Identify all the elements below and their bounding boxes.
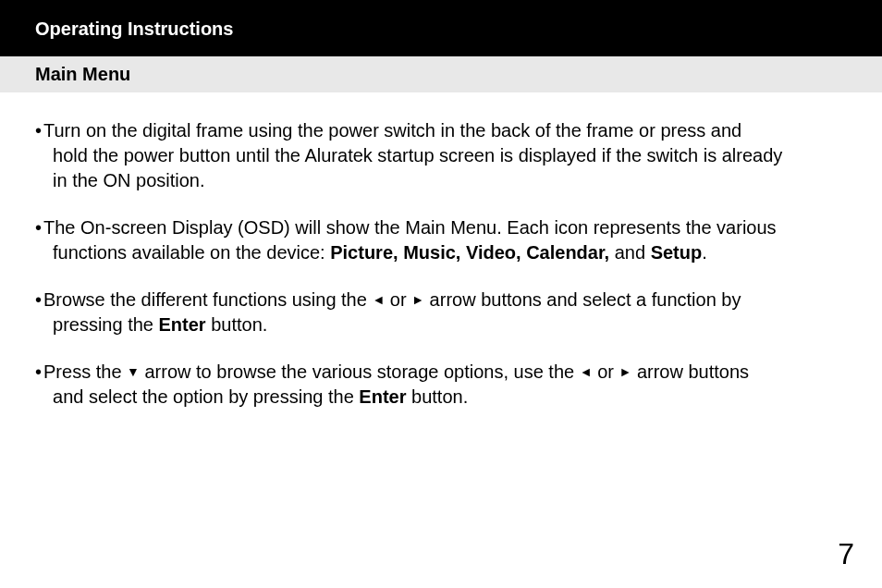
bullet-text-1: Turn on the digital frame using the powe… bbox=[42, 118, 782, 193]
b2-and: and bbox=[609, 242, 650, 263]
b4-pre: Press the bbox=[43, 361, 127, 382]
b4-line2-post: button. bbox=[406, 386, 468, 407]
bullet-item-4: • Press the ▼ arrow to browse the variou… bbox=[35, 360, 847, 410]
b2-period: . bbox=[702, 242, 707, 263]
bullet-text-3: Browse the different functions using the… bbox=[42, 288, 741, 337]
section-subheader: Main Menu bbox=[0, 56, 882, 92]
page-number: 7 bbox=[838, 537, 854, 571]
bullet-item-2: • The On-screen Display (OSD) will show … bbox=[35, 215, 847, 265]
b3-mid: or bbox=[385, 289, 411, 310]
b1-line1: Turn on the digital frame using the powe… bbox=[43, 120, 741, 141]
b2-setup-bold: Setup bbox=[651, 242, 703, 263]
b4-line2-pre: and select the option by pressing the bbox=[53, 386, 359, 407]
b1-line3: in the ON position. bbox=[43, 168, 782, 193]
b4-enter-bold: Enter bbox=[359, 386, 406, 407]
left-arrow-icon: ◄ bbox=[580, 364, 593, 379]
content-area: • Turn on the digital frame using the po… bbox=[0, 92, 882, 410]
right-arrow-icon: ► bbox=[619, 364, 632, 379]
b3-line2-pre: pressing the bbox=[53, 314, 159, 335]
bullet-item-3: • Browse the different functions using t… bbox=[35, 288, 847, 337]
right-arrow-icon: ► bbox=[411, 292, 424, 307]
left-arrow-icon: ◄ bbox=[372, 292, 385, 307]
bullet-marker: • bbox=[35, 288, 42, 337]
b1-line2: hold the power button until the Aluratek… bbox=[43, 143, 782, 168]
b2-line1: The On-screen Display (OSD) will show th… bbox=[43, 217, 777, 238]
b4-line2: and select the option by pressing the En… bbox=[43, 385, 749, 410]
b3-enter-bold: Enter bbox=[159, 314, 206, 335]
bullet-marker: • bbox=[35, 360, 42, 410]
header-title: Operating Instructions bbox=[35, 18, 233, 39]
b3-line2-post: button. bbox=[206, 314, 268, 335]
bullet-text-2: The On-screen Display (OSD) will show th… bbox=[42, 215, 777, 265]
bullet-text-4: Press the ▼ arrow to browse the various … bbox=[42, 360, 749, 410]
b4-mid1: arrow to browse the various storage opti… bbox=[140, 361, 580, 382]
b4-mid2: or bbox=[593, 361, 619, 382]
down-arrow-icon: ▼ bbox=[127, 364, 140, 379]
bullet-marker: • bbox=[35, 215, 42, 265]
subheader-title: Main Menu bbox=[35, 64, 130, 84]
page-header: Operating Instructions bbox=[0, 0, 882, 56]
b3-line2: pressing the Enter button. bbox=[43, 312, 741, 337]
b2-functions-bold: Picture, Music, Video, Calendar, bbox=[330, 242, 609, 263]
bullet-item-1: • Turn on the digital frame using the po… bbox=[35, 118, 847, 193]
bullet-marker: • bbox=[35, 118, 42, 193]
b2-line2-pre: functions available on the device: bbox=[53, 242, 330, 263]
b2-line2: functions available on the device: Pictu… bbox=[43, 240, 777, 265]
b3-post: arrow buttons and select a function by bbox=[424, 289, 741, 310]
b4-post: arrow buttons bbox=[631, 361, 749, 382]
b3-pre: Browse the different functions using the bbox=[43, 289, 372, 310]
